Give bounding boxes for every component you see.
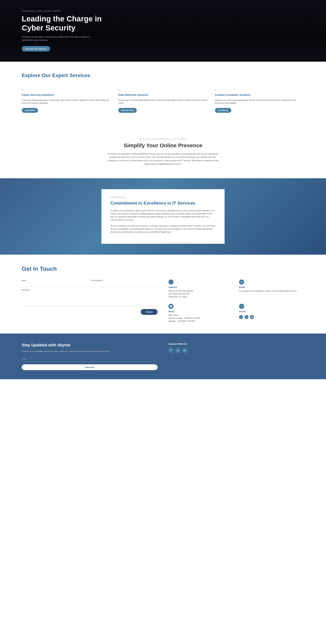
twitter-icon[interactable]: ✕: [244, 315, 248, 319]
info-email: ✉ Email For inquiries and consultations,…: [239, 280, 304, 298]
footer: Stay Updated with Skynet Subscribe to ou…: [0, 334, 326, 379]
subscribe-button[interactable]: Subscribe: [22, 364, 158, 370]
service-desc-1: Protect your digital assets with our cut…: [22, 99, 111, 105]
services-section: Explore Our Expert Services 01 Cyber Sec…: [0, 62, 326, 126]
email-icon: ✉: [239, 280, 244, 284]
email-title: Email: [239, 286, 304, 288]
service-card-3: 03 Custom Computer Systems Enhance your …: [215, 88, 304, 114]
service-cta-2[interactable]: Discover How: [118, 108, 137, 113]
hero-cta-button[interactable]: Discover Our Services: [22, 46, 50, 52]
form-top-row: Name Email Address: [22, 280, 158, 287]
email-text: For inquiries and consultations, email u…: [239, 290, 304, 292]
service-cta-3[interactable]: Get Started: [215, 108, 231, 113]
footer-newsletter-title: Stay Updated with Skynet: [22, 342, 158, 348]
mission-text-1: At Skynet, we are dedicated to advancing…: [111, 209, 215, 222]
footer-newsletter: Stay Updated with Skynet Subscribe to ou…: [22, 342, 158, 370]
contact-info: 📍 Address Skynet Cybersecurity Solutions…: [168, 280, 304, 323]
email-label: Email Address: [91, 280, 158, 282]
service-name-2: Data Retrieval Systems: [118, 93, 207, 97]
service-desc-3: Enhance your technological infrastructur…: [215, 99, 304, 105]
info-address: 📍 Address Skynet Cybersecurity Solutions…: [168, 280, 234, 298]
footer-newsletter-desc: Subscribe to our newsletter and get the …: [22, 350, 158, 353]
hero-title: Leading the Charge in Cyber Security: [22, 14, 105, 33]
footer-connect: Connect With Us f ✕ in: [168, 342, 304, 370]
simplify-eyebrow: EFFORTLESS WORDPRESS SOLUTIONS: [22, 138, 304, 140]
footer-linkedin-icon[interactable]: in: [182, 348, 187, 353]
service-card-1: 01 Cyber Security Solutions Protect your…: [22, 88, 111, 114]
footer-twitter-icon[interactable]: ✕: [175, 348, 180, 353]
mission-card: OUR MISSION Commitment to Excellence in …: [101, 189, 225, 244]
contact-layout: Name Email Address Message Submit 📍 Addr…: [22, 280, 304, 323]
simplify-title: Simplify Your Online Presence: [22, 142, 304, 148]
hero-content: ENHANCING YOUR DIGITAL SAFETY Leading th…: [0, 10, 127, 52]
social-icon: ↗: [239, 304, 244, 309]
footer-connect-title: Connect With Us: [168, 342, 304, 345]
mission-text-2: We are committed to innovation and excel…: [111, 224, 215, 234]
message-group: Message: [22, 289, 158, 309]
service-desc-2: Recover lost or corrupted data efficient…: [118, 99, 207, 105]
info-social: ↗ Social f ✕ ◉: [239, 304, 304, 323]
email-input[interactable]: [91, 282, 158, 287]
services-title: Explore Our Expert Services: [22, 72, 304, 78]
submit-row: Submit: [22, 309, 158, 315]
contact-section: Get In Touch Name Email Address Message …: [0, 255, 326, 334]
mission-eyebrow: OUR MISSION: [111, 196, 215, 198]
email-group: Email Address: [91, 280, 158, 287]
contact-form: Name Email Address Message Submit: [22, 280, 158, 315]
mission-section: OUR MISSION Commitment to Excellence in …: [0, 178, 326, 255]
submit-button[interactable]: Submit: [141, 309, 158, 315]
hours-title: Hours: [168, 310, 234, 313]
message-textarea[interactable]: [22, 292, 158, 306]
services-grid: 01 Cyber Security Solutions Protect your…: [22, 88, 304, 114]
address-icon: 📍: [168, 280, 173, 284]
hero-description: At Skynet, we specialize in securing you…: [22, 35, 98, 42]
footer-layout: Stay Updated with Skynet Subscribe to ou…: [22, 342, 304, 370]
name-label: Name: [22, 280, 88, 282]
simplify-description: At Skynet, we specialize in crafting Wor…: [107, 152, 219, 166]
address-text: Skynet Cybersecurity Solutions4321 Matri…: [168, 290, 234, 298]
hours-text: Office Hours:Monday to Friday – 8:00 AM …: [168, 314, 234, 323]
hero-section: ENHANCING YOUR DIGITAL SAFETY Leading th…: [0, 0, 326, 62]
footer-social-icons-row: f ✕ in: [168, 348, 304, 353]
hero-eyebrow: ENHANCING YOUR DIGITAL SAFETY: [22, 10, 105, 12]
contact-title: Get In Touch: [22, 266, 304, 272]
message-label: Message: [22, 289, 158, 291]
service-name-3: Custom Computer Systems: [215, 93, 304, 97]
name-group: Name: [22, 280, 88, 287]
footer-email-input[interactable]: [22, 356, 158, 362]
facebook-icon[interactable]: f: [239, 315, 243, 319]
info-hours: 🕐 Hours Office Hours:Monday to Friday – …: [168, 304, 234, 323]
social-title: Social: [239, 310, 304, 313]
social-icons-row: f ✕ ◉: [239, 315, 304, 319]
service-cta-1[interactable]: Learn More: [22, 108, 38, 113]
simplify-section: EFFORTLESS WORDPRESS SOLUTIONS Simplify …: [0, 126, 326, 178]
service-num-2: 02: [118, 89, 207, 91]
hours-icon: 🕐: [168, 304, 173, 309]
service-name-1: Cyber Security Solutions: [22, 93, 111, 97]
mission-title: Commitment to Excellence in IT Services: [111, 200, 215, 206]
instagram-icon[interactable]: ◉: [250, 315, 254, 319]
service-card-2: 02 Data Retrieval Systems Recover lost o…: [118, 88, 207, 114]
service-num-3: 03: [215, 89, 304, 91]
footer-facebook-icon[interactable]: f: [168, 348, 173, 353]
name-input[interactable]: [22, 282, 88, 287]
service-num-1: 01: [22, 89, 111, 91]
address-title: Address: [168, 286, 234, 288]
